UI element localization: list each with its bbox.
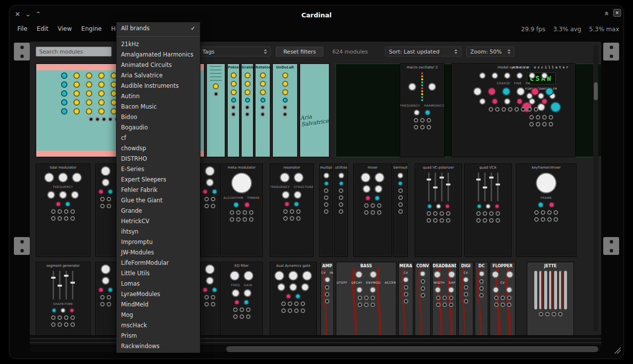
module-quad-vc-polarizer[interactable]: quad VC-polarizer <box>415 164 462 257</box>
module-conv[interactable]: CONV <box>415 262 431 335</box>
brand-menu-item-autinn[interactable]: Autinn <box>117 91 200 102</box>
module-bernoulli-gate[interactable]: bernoulli gate <box>393 164 408 257</box>
module-mera[interactable]: MERACV <box>398 262 413 335</box>
brand-menu-item-amalgamated-harmonics[interactable]: Amalgamated Harmonics <box>117 50 200 60</box>
module-multiples[interactable]: multiples <box>319 164 333 257</box>
port-jack <box>476 218 481 223</box>
brand-menu-item-aria-salvatrice[interactable]: Aria Salvatrice <box>117 70 200 81</box>
menubar-item-edit[interactable]: Edit <box>37 25 48 32</box>
module-dc[interactable]: DC <box>475 262 488 335</box>
brand-menu-item-impromptu[interactable]: Impromptu <box>117 237 200 247</box>
horizontal-scrollbar-thumb[interactable] <box>226 346 598 352</box>
module-title: Pokies <box>228 64 239 70</box>
brand-menu-item-rackwindows[interactable]: Rackwindows <box>117 341 200 352</box>
menubar-item-file[interactable]: File <box>17 25 27 32</box>
module-flopper[interactable]: FLOPPERCV <box>490 262 515 335</box>
port-jack <box>236 210 241 215</box>
module-fragment[interactable] <box>200 262 219 335</box>
brand-menu-item-little-utils[interactable]: Little Utils <box>117 268 200 279</box>
knob <box>375 195 380 201</box>
brand-menu-item-fehler-fabrik[interactable]: Fehler Fabrik <box>117 185 200 195</box>
module-quad-vca[interactable]: quad VCA <box>464 164 511 257</box>
pipe <box>564 271 567 309</box>
vertical-scrollbar[interactable] <box>593 45 598 331</box>
port-jack <box>440 218 444 223</box>
module-resonator[interactable]: resonatorFREQUENCYSTRUCTURE <box>270 164 314 257</box>
module-keyframer-mixer[interactable]: keyframer/mixerFRAME <box>516 164 576 257</box>
slider-handle <box>489 177 494 179</box>
brand-menu-item-hetrickcv[interactable]: HetrickCV <box>117 216 200 227</box>
module-tidal-modulator[interactable]: tidal modulatorFREQUENCY <box>36 164 90 257</box>
module-jette[interactable]: JETTE <box>527 262 574 335</box>
brand-menu-item-bacon-music[interactable]: Bacon Music <box>117 102 200 112</box>
module-meta-modulator[interactable]: meta modulatorALGORITHMTIMBRE <box>220 164 263 257</box>
zoom-dropdown[interactable]: Zoom: 50% <box>466 47 514 57</box>
module-row <box>479 72 548 79</box>
brand-menu-item-cf[interactable]: cf <box>117 133 200 143</box>
module-row <box>100 302 111 306</box>
module-dual-dynamics-gate[interactable]: dual dynamics gate <box>270 262 316 335</box>
module-utilities[interactable]: utilities <box>334 164 348 257</box>
brand-menu-item-21khz[interactable]: 21kHz <box>117 39 200 50</box>
module-amp[interactable]: AMPCVIN <box>320 262 334 335</box>
brand-menu-item-mindmeld[interactable]: MindMeld <box>117 300 200 310</box>
brand-menu-item-ihtsyn[interactable]: ihtsyn <box>117 227 200 237</box>
collapse-icon[interactable]: « <box>602 11 611 14</box>
brand-menu-item-audible-instruments[interactable]: Audible Instruments <box>117 81 200 91</box>
module-undular[interactable]: UnDuLaR <box>272 63 298 157</box>
vertical-scrollbar-thumb[interactable] <box>594 82 598 100</box>
horizontal-scrollbar[interactable] <box>30 346 600 352</box>
brand-menu-item-bogaudio[interactable]: Bogaudio <box>117 122 200 133</box>
resize-grip-icon[interactable] <box>613 346 621 354</box>
module-macro-oscillator-2[interactable]: macro oscillator 2FREQUENCYHARMONICS <box>400 63 444 157</box>
module-grabby[interactable]: Grabby <box>241 63 253 157</box>
knob <box>414 110 420 116</box>
rail-screw-hole <box>610 240 613 243</box>
module-bass[interactable]: BASSCUTOFFDECAYENVMODACCENT <box>336 262 396 335</box>
module-fragment[interactable] <box>95 164 116 257</box>
module-fragment[interactable] <box>95 262 116 335</box>
module-aria-salvatrice[interactable]: Aria Salvatrice <box>300 63 329 157</box>
port-jack <box>514 107 519 112</box>
brand-menu-item-bidoo[interactable]: Bidoo <box>117 112 200 122</box>
brand-menu-item-distrho[interactable]: DISTRHO <box>117 154 200 164</box>
menubar-item-engine[interactable]: Engine <box>81 25 102 32</box>
brand-menu-item-e-series[interactable]: E-Series <box>117 164 200 175</box>
module-fragment[interactable] <box>200 164 219 257</box>
search-input[interactable] <box>36 47 112 57</box>
port-jack <box>421 279 425 284</box>
brand-menu-item-lyraemodules[interactable]: LyraeModules <box>117 289 200 300</box>
brand-menu-item-all-brands[interactable]: All brands ✓ <box>117 23 200 34</box>
brand-menu-item-lifeformmodular[interactable]: LifeFormModular <box>117 258 200 268</box>
sort-dropdown[interactable]: Sort: Last updated <box>385 47 461 57</box>
module-row <box>102 179 110 186</box>
brand-menu-item-jw-modules[interactable]: JW-Modules <box>117 247 200 258</box>
module-fragment[interactable] <box>206 63 225 157</box>
panel-text-line <box>210 69 222 70</box>
brand-menu-item-mschack[interactable]: mscHack <box>117 320 200 331</box>
brand-menu-item-animated-circuits[interactable]: Animated Circuits <box>117 60 200 70</box>
brand-menu-item-prism[interactable]: Prism <box>117 331 200 341</box>
brand-menu-item-grande[interactable]: Grande <box>117 206 200 216</box>
reset-filters-button[interactable]: Reset filters <box>276 47 323 57</box>
module-label: HARMONICS <box>424 104 444 107</box>
brand-menu-item-mog[interactable]: Mog <box>117 310 200 320</box>
module-mixer[interactable]: mixer <box>353 164 392 257</box>
module-label: CUTOFF <box>336 281 347 284</box>
module-eq-filter[interactable]: EQ filterFREQGAIN <box>220 262 263 335</box>
module-pokies[interactable]: Pokies <box>227 63 240 157</box>
brand-menu-item-glue-the-giant[interactable]: Glue the Giant <box>117 195 200 206</box>
brand-menu-item-chowdsp[interactable]: chowdsp <box>117 143 200 154</box>
brand-menu-item-expert-sleepers[interactable]: Expert Sleepers <box>117 175 200 185</box>
module-digi[interactable]: DIGICV <box>458 262 473 335</box>
module-modal-synthesizer[interactable]: modal synthesizerCOARSEFINEFM <box>451 63 575 157</box>
module-deadband[interactable]: DEADBANDWIDTHGAP <box>432 262 457 335</box>
module-row <box>204 302 215 306</box>
module-body <box>201 164 219 256</box>
brand-menu-item-lomas[interactable]: Lomas <box>117 279 200 289</box>
close-box-icon[interactable]: ✕ <box>613 9 621 17</box>
menubar-item-view[interactable]: View <box>58 25 71 32</box>
module-segment-generator[interactable]: segment generatorSHAPE/TIME <box>36 262 90 335</box>
module-rotatoes[interactable]: Rotatoes <box>255 63 270 157</box>
tags-dropdown[interactable]: Tags <box>198 47 271 57</box>
